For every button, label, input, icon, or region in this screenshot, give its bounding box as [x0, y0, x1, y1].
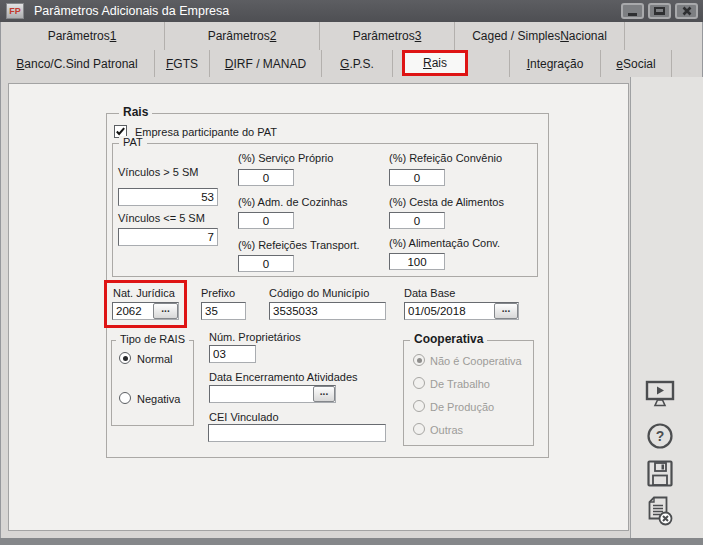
svg-text:?: ? — [656, 428, 665, 444]
vinculos-lte5-input[interactable] — [118, 228, 218, 246]
data-encerramento-input[interactable] — [210, 386, 313, 402]
tab-row-1: Parâmetros 1 Parâmetros 2 Parâmetros 3 C… — [0, 22, 703, 50]
cooperativa-radio-outras[interactable] — [413, 423, 425, 435]
app-icon: FP — [6, 3, 24, 19]
window-bottom-edge — [0, 538, 703, 545]
tipo-rais-radio-negativa[interactable] — [119, 392, 131, 404]
tab-rais[interactable]: Rais — [402, 50, 468, 76]
data-encerramento-label: Data Encerramento Atividades — [209, 371, 358, 384]
window-title: Parâmetros Adicionais da Empresa — [34, 0, 229, 22]
maximize-button[interactable] — [648, 3, 671, 19]
cesta-alimentos-label: (%) Cesta de Alimentos — [389, 196, 504, 209]
vinculos-gt5-input[interactable] — [118, 188, 218, 206]
cesta-alimentos-input[interactable] — [389, 212, 445, 229]
nat-juridica-lookup-button[interactable]: ... — [153, 303, 178, 319]
tab-parametros-1[interactable]: Parâmetros 1 — [0, 22, 165, 50]
tipo-rais-negativa-label: Negativa — [137, 393, 180, 406]
cei-vinculado-input[interactable] — [208, 424, 386, 442]
tab-row1-filler — [625, 22, 703, 50]
tab-fgts[interactable]: FGTS — [155, 50, 210, 77]
close-icon — [682, 6, 692, 16]
help-button[interactable]: ? — [646, 422, 674, 452]
tab-parametros-3[interactable]: Parâmetros 3 — [320, 22, 455, 50]
maximize-icon — [654, 7, 665, 15]
servico-proprio-label: (%) Serviço Próprio — [238, 152, 333, 165]
minimize-button[interactable] — [621, 3, 644, 19]
rais-groupbox-label: Rais — [119, 106, 152, 119]
tab-row2-filler — [672, 50, 703, 77]
tipo-rais-groupbox-label: Tipo de RAIS — [116, 333, 189, 346]
video-player-icon — [644, 379, 676, 409]
nat-juridica-field: ... — [112, 302, 179, 320]
cooperativa-radio-de-trabalho[interactable] — [413, 377, 425, 389]
cancel-document-icon — [645, 495, 675, 527]
help-icon: ? — [646, 422, 674, 450]
data-encerramento-lookup-button[interactable]: ... — [313, 386, 335, 402]
cooperativa-groupbox-label: Cooperativa — [410, 333, 487, 346]
tab-dirf-manad[interactable]: DIRF / MANAD — [210, 50, 322, 77]
save-button[interactable] — [646, 459, 674, 490]
nat-juridica-input[interactable] — [113, 303, 153, 319]
servico-proprio-input[interactable] — [238, 169, 294, 186]
cooperativa-radio-de-producao[interactable] — [413, 400, 425, 412]
data-base-input[interactable] — [405, 303, 494, 319]
vinculos-gt5-label: Vínculos > 5 SM — [118, 166, 198, 179]
tab-integracao[interactable]: Integração — [510, 50, 601, 77]
refeicoes-transport-input[interactable] — [238, 255, 294, 272]
codigo-municipio-input[interactable] — [269, 302, 386, 320]
tab-esocial[interactable]: eSocial — [601, 50, 672, 77]
minimize-icon — [628, 13, 637, 16]
tab-gps[interactable]: G.P.S. — [322, 50, 393, 77]
pat-groupbox-label: PAT — [119, 136, 147, 149]
cooperativa-outras-label: Outras — [430, 424, 463, 437]
data-base-lookup-button[interactable]: ... — [494, 303, 518, 319]
tipo-rais-radio-normal[interactable] — [119, 352, 131, 364]
prefixo-label: Prefixo — [201, 287, 235, 300]
tab-banco-csind-patronal[interactable]: Banco/C.Sind Patronal — [0, 50, 155, 77]
alimentacao-conv-label: (%) Alimentação Conv. — [389, 237, 500, 250]
close-button[interactable] — [675, 3, 698, 19]
cooperativa-nao-e-cooperativa-label: Não é Cooperativa — [430, 355, 522, 368]
cancel-button[interactable] — [645, 495, 675, 529]
adm-cozinhas-label: (%) Adm. de Cozinhas — [238, 196, 347, 209]
tab-parametros-2[interactable]: Parâmetros 2 — [165, 22, 320, 50]
alimentacao-conv-input[interactable] — [389, 253, 445, 270]
vinculos-lte5-label: Vínculos <= 5 SM — [118, 212, 205, 225]
dialog-window: FP Parâmetros Adicionais da Empresa Parâ… — [0, 0, 703, 545]
refeicao-convenio-input[interactable] — [389, 169, 445, 186]
num-proprietarios-label: Núm. Proprietários — [209, 331, 301, 344]
num-proprietarios-input[interactable] — [209, 345, 256, 363]
cei-vinculado-label: CEI Vinculado — [209, 411, 279, 424]
tab-rais-cell: Rais — [393, 50, 510, 77]
refeicoes-transport-label: (%) Refeições Transport. — [238, 239, 360, 252]
cooperativa-de-producao-label: De Produção — [430, 401, 494, 414]
titlebar[interactable]: FP Parâmetros Adicionais da Empresa — [0, 0, 703, 22]
save-icon — [646, 459, 674, 488]
refeicao-convenio-label: (%) Refeição Convênio — [389, 152, 502, 165]
cooperativa-radio-nao-e-cooperativa[interactable] — [413, 354, 425, 366]
data-encerramento-field: ... — [209, 385, 336, 403]
tab-row-2: Banco/C.Sind Patronal FGTS DIRF / MANAD … — [0, 50, 703, 77]
adm-cozinhas-input[interactable] — [238, 212, 294, 229]
data-base-field: ... — [404, 302, 519, 320]
tab-caged-simples-nacional[interactable]: Caged / Simples Nacional — [455, 22, 625, 50]
codigo-municipio-label: Código do Município — [269, 287, 369, 300]
tab-page-rais: Rais Empresa participante do PAT PAT Vín… — [8, 83, 629, 531]
data-base-label: Data Base — [404, 287, 455, 300]
video-player-button[interactable] — [644, 379, 676, 411]
pat-participant-label: Empresa participante do PAT — [135, 126, 277, 139]
nat-juridica-label: Nat. Jurídica — [113, 287, 175, 300]
tipo-rais-normal-label: Normal — [137, 353, 172, 366]
prefixo-input[interactable] — [201, 302, 246, 320]
cooperativa-de-trabalho-label: De Trabalho — [430, 378, 490, 391]
